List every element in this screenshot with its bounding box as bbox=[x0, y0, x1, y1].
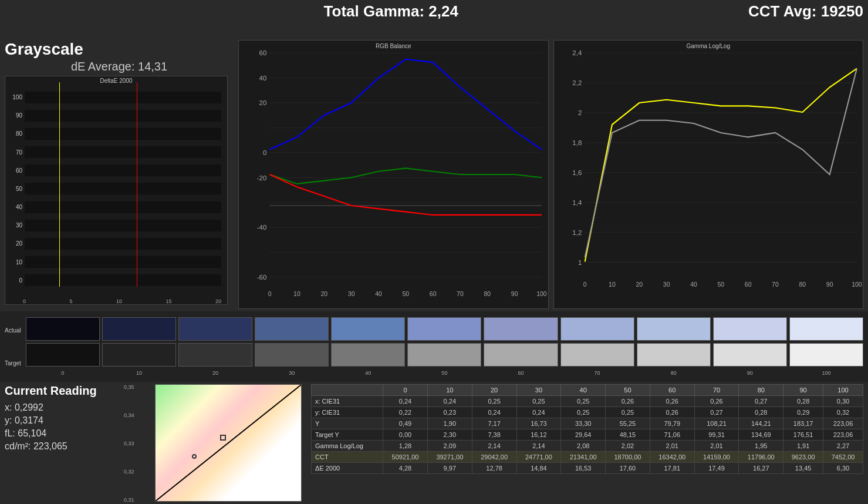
bar-label: 60 bbox=[8, 167, 25, 174]
bar-fill bbox=[25, 183, 163, 194]
table-cell: 9,97 bbox=[427, 463, 472, 474]
table-cell: 33,30 bbox=[561, 418, 606, 429]
bar-bg bbox=[25, 146, 221, 158]
target-swatch bbox=[178, 343, 252, 367]
table-cell: 9623,00 bbox=[783, 452, 823, 463]
middle-panels: RGB Balance 60 40 20 0 -20 bbox=[238, 40, 863, 309]
bar-fill bbox=[25, 238, 107, 250]
bar-row: 10 bbox=[8, 254, 221, 270]
table-cell: 2,01 bbox=[694, 441, 739, 452]
bar-fill bbox=[25, 201, 153, 213]
target-swatch bbox=[331, 343, 405, 367]
swatch-container: 0 10 20 30 40 50 60 70 80 90 100 bbox=[26, 317, 863, 376]
table-cell: 0,24 bbox=[472, 407, 516, 418]
table-cell: 0,24 bbox=[383, 396, 428, 407]
svg-text:10: 10 bbox=[293, 290, 300, 297]
bar-bg bbox=[25, 238, 221, 250]
table-cell: 29042,00 bbox=[472, 452, 516, 463]
bar-row: 40 bbox=[8, 200, 221, 215]
table-cell: 0,27 bbox=[739, 396, 783, 407]
svg-text:1,6: 1,6 bbox=[572, 169, 582, 176]
svg-text:0: 0 bbox=[263, 149, 266, 156]
svg-text:-60: -60 bbox=[257, 273, 267, 281]
bar-bg bbox=[25, 92, 221, 103]
bar-bg bbox=[25, 274, 221, 286]
rgb-balance-svg: 60 40 20 0 -20 -40 -60 0 10 20 30 40 50 … bbox=[239, 41, 548, 308]
table-row-label: CCT bbox=[312, 452, 383, 463]
svg-text:100: 100 bbox=[536, 290, 547, 297]
table-row: x: CIE310,240,240,250,250,250,260,260,26… bbox=[312, 396, 863, 407]
bar-label: 20 bbox=[8, 240, 25, 247]
table-cell: 0,24 bbox=[516, 407, 561, 418]
actual-label: Actual bbox=[5, 327, 21, 334]
data-table-wrapper: 0102030405060708090100x: CIE310,240,240,… bbox=[311, 384, 863, 503]
table-cell: 17,49 bbox=[694, 463, 739, 474]
bar-fill bbox=[25, 256, 68, 268]
table-header: 40 bbox=[561, 385, 606, 396]
actual-swatch bbox=[560, 317, 634, 341]
actual-swatch bbox=[789, 317, 863, 341]
bar-fill bbox=[25, 110, 119, 122]
bar-row: 90 bbox=[8, 108, 221, 123]
bar-label: 90 bbox=[8, 112, 25, 119]
svg-text:1,4: 1,4 bbox=[572, 199, 582, 206]
bar-fill bbox=[25, 128, 172, 140]
actual-swatch bbox=[26, 317, 100, 341]
table-cell: 0,27 bbox=[694, 407, 739, 418]
table-cell: 0,24 bbox=[427, 396, 472, 407]
swatch-section: Actual Target 0 10 20 30 40 50 60 70 80 … bbox=[0, 311, 868, 382]
svg-text:60: 60 bbox=[259, 49, 267, 56]
cie-line-svg bbox=[156, 385, 301, 501]
target-label: Target bbox=[5, 360, 21, 367]
target-swatch bbox=[255, 343, 329, 367]
actual-swatch bbox=[255, 317, 329, 341]
table-cell: 2,14 bbox=[472, 441, 516, 452]
table-header: 0 bbox=[383, 385, 428, 396]
cr-title: Current Reading bbox=[5, 384, 134, 398]
data-table: 0102030405060708090100x: CIE310,240,240,… bbox=[311, 384, 863, 474]
swatch-labels: Actual Target bbox=[5, 314, 21, 379]
bar-rows: 1009080706050403020100 bbox=[8, 88, 221, 290]
svg-text:0: 0 bbox=[268, 290, 272, 297]
bar-bg bbox=[25, 164, 221, 176]
cr-fl: fL: 65,104 bbox=[5, 428, 134, 439]
bar-bg bbox=[25, 183, 221, 194]
gamma-loglog-title: Gamma Log/Log bbox=[687, 43, 731, 49]
svg-text:2,4: 2,4 bbox=[572, 49, 582, 56]
table-cell: 79,79 bbox=[650, 418, 694, 429]
table-cell: 16,53 bbox=[561, 463, 606, 474]
table-cell: 0,29 bbox=[783, 407, 823, 418]
svg-text:70: 70 bbox=[457, 290, 464, 297]
bar-bg bbox=[25, 201, 221, 213]
total-gamma: Total Gamma: 2,24 bbox=[234, 2, 549, 21]
svg-text:2: 2 bbox=[577, 109, 581, 116]
table-cell: 0,32 bbox=[823, 407, 863, 418]
table-cell: 18700,00 bbox=[606, 452, 650, 463]
svg-text:70: 70 bbox=[772, 281, 779, 288]
bar-row: 0 bbox=[8, 273, 221, 288]
de-average: dE Average: 14,31 bbox=[5, 60, 234, 73]
rgb-balance-title: RGB Balance bbox=[376, 43, 411, 49]
svg-text:2,2: 2,2 bbox=[572, 79, 582, 86]
table-cell: 11796,00 bbox=[739, 452, 783, 463]
target-swatch bbox=[407, 343, 481, 367]
table-cell: 17,81 bbox=[650, 463, 694, 474]
table-cell: 223,06 bbox=[823, 418, 863, 429]
actual-swatch bbox=[713, 317, 787, 341]
table-cell: 108,21 bbox=[694, 418, 739, 429]
bar-chart: DeltaE 2000 1009080706050403020100 0 5 1… bbox=[5, 76, 228, 305]
svg-text:80: 80 bbox=[484, 290, 491, 297]
table-cell: 0,26 bbox=[650, 396, 694, 407]
bar-row: 30 bbox=[8, 218, 221, 233]
grayscale-title: Grayscale bbox=[5, 40, 234, 59]
svg-text:80: 80 bbox=[799, 281, 806, 288]
table-cell: 6,30 bbox=[823, 463, 863, 474]
svg-text:40: 40 bbox=[375, 290, 382, 297]
svg-text:40: 40 bbox=[259, 74, 267, 82]
bar-label: 100 bbox=[8, 94, 25, 100]
table-cell: 0,25 bbox=[561, 407, 606, 418]
table-cell: 0,28 bbox=[739, 407, 783, 418]
cr-cd: cd/m²: 223,065 bbox=[5, 441, 134, 452]
table-header: 20 bbox=[472, 385, 516, 396]
table-header: 10 bbox=[427, 385, 472, 396]
